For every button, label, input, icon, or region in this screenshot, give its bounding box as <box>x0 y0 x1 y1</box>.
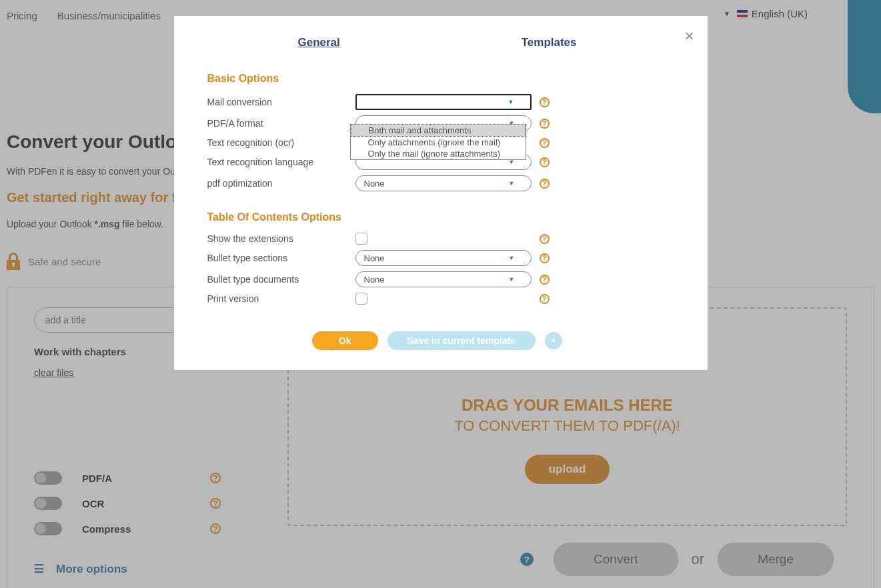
select-value: None <box>364 253 385 263</box>
option-label: Bullet type documents <box>207 274 347 285</box>
help-icon[interactable]: ? <box>540 234 550 244</box>
mail-conversion-select[interactable]: ▼ <box>355 94 532 110</box>
option-label: Mail conversion <box>207 97 347 107</box>
help-icon[interactable]: ? <box>540 179 550 189</box>
help-icon[interactable]: ? <box>540 138 550 148</box>
option-bullet-documents: Bullet type documents None▼ ? <box>207 271 668 287</box>
chevron-down-icon: ▼ <box>509 255 515 261</box>
dropdown-item-both[interactable]: Both mail and attachments <box>351 124 526 137</box>
option-mail-conversion: Mail conversion ▼ ? <box>207 94 668 110</box>
help-icon[interactable]: ? <box>540 157 550 167</box>
close-button[interactable]: × <box>684 27 694 45</box>
options-modal: × General Templates Basic Options Mail c… <box>174 16 708 370</box>
toc-options-header: Table Of Contents Options <box>207 211 668 223</box>
pdf-optimization-select[interactable]: None▼ <box>355 175 532 191</box>
option-print-version: Print version ? <box>207 293 668 305</box>
help-icon[interactable]: ? <box>540 119 550 129</box>
help-icon[interactable]: ? <box>540 275 550 285</box>
option-label: pdf optimization <box>207 178 347 189</box>
option-show-extensions: Show the extensions ? <box>207 233 668 245</box>
tab-general[interactable]: General <box>297 36 339 49</box>
option-label: Text recognition language <box>207 157 347 167</box>
help-icon[interactable]: ? <box>540 294 550 304</box>
chevron-down-icon: ▼ <box>509 276 515 283</box>
option-pdf-optimization: pdf optimization None▼ ? <box>207 175 668 191</box>
help-icon[interactable]: ? <box>540 97 550 107</box>
option-label: Show the extensions <box>207 233 347 244</box>
show-extensions-checkbox[interactable] <box>355 233 367 245</box>
bullet-sections-select[interactable]: None▼ <box>355 250 532 266</box>
mail-conversion-dropdown: Both mail and attachments Only attachmen… <box>350 124 526 160</box>
basic-options-header: Basic Options <box>207 73 668 85</box>
option-label: PDF/A format <box>207 118 347 129</box>
chevron-down-icon: ▼ <box>509 180 515 187</box>
save-dropdown-arrow[interactable]: ▼ <box>545 332 562 349</box>
option-label: Bullet type sections <box>207 253 347 263</box>
help-icon[interactable]: ? <box>540 253 550 263</box>
modal-buttons: Ok Save in current template ▼ <box>207 331 668 350</box>
option-bullet-sections: Bullet type sections None▼ ? <box>207 250 668 266</box>
dropdown-item-only-attachments[interactable]: Only attachments (ignore the mail) <box>351 137 526 148</box>
ok-button[interactable]: Ok <box>312 331 378 350</box>
modal-overlay: × General Templates Basic Options Mail c… <box>0 0 881 588</box>
dropdown-item-only-mail[interactable]: Only the mail (ignore attachments) <box>351 148 526 159</box>
modal-tabs: General Templates <box>207 36 668 49</box>
bullet-documents-select[interactable]: None▼ <box>355 271 532 287</box>
print-version-checkbox[interactable] <box>355 293 367 305</box>
tab-templates[interactable]: Templates <box>522 36 577 49</box>
option-label: Text recognition (ocr) <box>207 137 347 148</box>
save-template-button[interactable]: Save in current template <box>387 331 536 350</box>
option-label: Print version <box>207 293 347 304</box>
select-value: None <box>364 179 385 189</box>
chevron-down-icon: ▼ <box>508 99 514 105</box>
select-value: None <box>364 275 385 285</box>
